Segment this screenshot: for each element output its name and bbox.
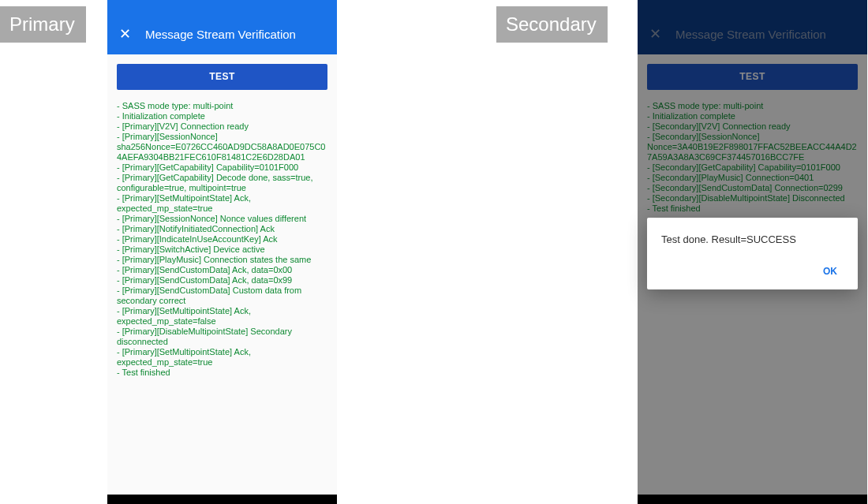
log-line: - [Primary][GetCapability] Decode done, … (117, 173, 327, 193)
test-button-label: TEST (209, 71, 235, 82)
log-line: - [Primary][IndicateInUseAccountKey] Ack (117, 234, 327, 245)
appbar-title: Message Stream Verification (145, 28, 296, 41)
log-line: - [Primary][GetCapability] Capability=01… (117, 162, 327, 173)
log-line: - [Primary][PlayMusic] Connection states… (117, 255, 327, 265)
statusbar (107, 0, 337, 13)
tag-primary-label: Primary (9, 13, 75, 35)
secondary-panel: ✕ Message Stream Verification TEST - SAS… (638, 0, 867, 504)
log-line: - [Primary][SendCustomData] Custom data … (117, 286, 327, 306)
dialog-actions: OK (661, 259, 844, 283)
log-line: - Test finished (117, 368, 327, 378)
tag-primary: Primary (0, 6, 86, 43)
tag-secondary: Secondary (496, 6, 608, 43)
log-line: - [Primary][SessionNonce] Nonce values d… (117, 214, 327, 224)
log-line: - [Primary][SendCustomData] Ack, data=0x… (117, 275, 327, 286)
primary-content: TEST - SASS mode type: multi-point - Ini… (107, 54, 337, 495)
primary-log: - SASS mode type: multi-point - Initiali… (117, 101, 327, 378)
primary-panel: ✕ Message Stream Verification TEST - SAS… (107, 0, 337, 504)
close-icon[interactable]: ✕ (118, 28, 131, 40)
log-line: - [Primary][SendCustomData] Ack, data=0x… (117, 265, 327, 275)
log-line: - [Primary][DisableMultipointState] Seco… (117, 327, 327, 347)
dialog-ok-button[interactable]: OK (817, 259, 844, 283)
log-line: - [Primary][SwitchActive] Device active (117, 245, 327, 255)
result-dialog: Test done. Result=SUCCESS OK (647, 218, 858, 289)
test-button[interactable]: TEST (117, 64, 327, 90)
log-line: - [Primary][SetMultipointState] Ack, exp… (117, 193, 327, 214)
dialog-message: Test done. Result=SUCCESS (661, 233, 844, 245)
tag-secondary-label: Secondary (506, 13, 597, 35)
log-line: - SASS mode type: multi-point (117, 101, 327, 111)
log-line: - [Primary][SessionNonce] sha256Nonce=E0… (117, 132, 327, 162)
log-line: - Initialization complete (117, 111, 327, 121)
log-line: - [Primary][SetMultipointState] Ack, exp… (117, 347, 327, 368)
log-line: - [Primary][SetMultipointState] Ack, exp… (117, 306, 327, 327)
appbar: ✕ Message Stream Verification (107, 13, 337, 54)
navbar (107, 495, 337, 504)
log-line: - [Primary][NotifyInitiatedConnection] A… (117, 224, 327, 234)
log-line: - [Primary][V2V] Connection ready (117, 121, 327, 132)
